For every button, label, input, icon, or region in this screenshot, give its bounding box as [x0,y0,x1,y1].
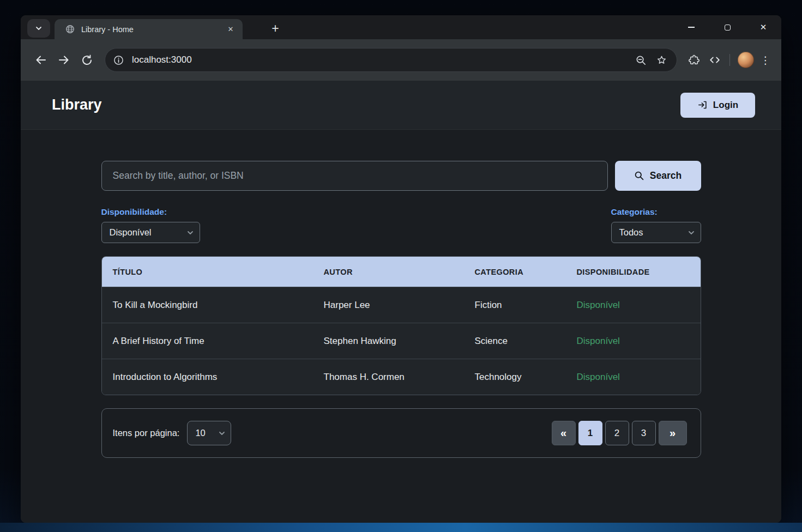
web-page: Library Login [21,81,781,523]
window-minimize-button[interactable] [673,15,709,39]
back-button[interactable] [29,49,52,71]
chevron-down-icon [186,229,194,237]
books-table: TÍTULO AUTOR CATEGORIA DISPONIBILIDADE T… [101,256,701,395]
globe-favicon-icon [65,25,75,34]
items-per-page-value: 10 [195,428,205,438]
column-header-titulo: TÍTULO [102,268,313,276]
search-row: Search [101,161,701,191]
category-select-value: Todos [619,227,643,238]
availability-select-value: Disponível [110,227,152,238]
table-row: To Kill a Mockingbird Harper Lee Fiction… [102,287,701,323]
category-select[interactable]: Todos [611,222,701,243]
cell-author: Thomas H. Cormen [313,372,464,383]
last-page-button[interactable]: » [659,421,687,445]
cell-availability: Disponível [566,336,701,347]
table-row: Introduction to Algorithms Thomas H. Cor… [102,359,701,395]
back-arrow-icon [34,53,47,66]
maximize-icon [725,25,731,31]
window-controls: ✕ [673,15,781,39]
category-label: Categorias: [611,207,701,217]
reload-button[interactable] [75,49,98,71]
forward-arrow-icon [57,53,70,66]
tab-strip: Library - Home ✕ + ✕ [21,15,781,39]
code-brackets-icon[interactable] [704,50,725,70]
chevron-down-icon [35,25,43,32]
cell-title: To Kill a Mockingbird [102,300,313,311]
cell-author: Stephen Hawking [313,336,464,347]
first-page-button[interactable]: « [552,421,576,445]
minimize-icon [688,27,695,28]
tab-library-home[interactable]: Library - Home ✕ [55,19,243,39]
chevron-down-icon [218,430,226,437]
chevron-down-icon [688,229,695,237]
content-container: Search Disponibilidade: Disponível [101,130,701,458]
items-per-page-label: Itens por página: [113,428,180,438]
search-button-label: Search [650,170,682,182]
availability-label: Disponibilidade: [101,207,200,217]
url-text: localhost:3000 [132,55,628,65]
tab-close-icon[interactable]: ✕ [225,24,236,35]
login-label: Login [713,100,738,111]
tab-title: Library - Home [81,25,219,34]
page-button-1[interactable]: 1 [578,421,602,445]
page-button-2[interactable]: 2 [605,421,629,445]
search-icon [634,171,644,181]
filters-row: Disponibilidade: Disponível Categorias: [101,207,701,243]
zoom-icon[interactable] [633,52,648,68]
cell-category: Science [464,336,566,347]
forward-button[interactable] [52,49,75,71]
column-header-disponibilidade: DISPONIBILIDADE [566,268,701,276]
cell-title: Introduction to Algorithms [102,372,313,383]
close-icon: ✕ [760,22,767,32]
browser-menu-icon[interactable]: ⋮ [757,50,774,70]
browser-window: Library - Home ✕ + ✕ [21,15,781,523]
browser-toolbar: localhost:3000 [21,39,781,81]
items-per-page-select[interactable]: 10 [187,421,231,445]
cell-category: Fiction [464,300,566,311]
address-bar[interactable]: localhost:3000 [105,48,677,72]
pagination-bar: Itens por página: 10 « 1 2 [101,408,701,458]
page-title: Library [52,96,102,113]
cell-title: A Brief History of Time [102,336,313,347]
column-header-categoria: CATEGORIA [464,268,566,276]
column-header-autor: AUTOR [313,268,464,276]
site-header: Library Login [21,81,781,130]
page-buttons: « 1 2 3 » [552,421,687,445]
reload-icon [81,54,93,66]
search-button[interactable]: Search [615,161,701,191]
extensions-puzzle-icon[interactable] [684,50,704,70]
login-arrow-icon [697,100,708,110]
login-button[interactable]: Login [680,93,755,118]
availability-select[interactable]: Disponível [101,222,200,243]
search-input[interactable] [101,161,608,191]
toolbar-separator [729,54,730,66]
cell-author: Harper Lee [313,300,464,311]
page-button-3[interactable]: 3 [632,421,656,445]
site-info-icon[interactable] [110,52,126,68]
new-tab-button[interactable]: + [267,20,284,37]
desktop-taskbar-glow [0,523,802,532]
cell-availability: Disponível [566,372,701,383]
category-filter: Categorias: Todos [611,207,701,243]
table-row: A Brief History of Time Stephen Hawking … [102,323,701,359]
table-header-row: TÍTULO AUTOR CATEGORIA DISPONIBILIDADE [102,257,701,287]
profile-avatar[interactable] [738,52,754,68]
cell-availability: Disponível [566,300,701,311]
availability-filter: Disponibilidade: Disponível [101,207,200,243]
window-maximize-button[interactable] [709,15,745,39]
items-per-page: Itens por página: 10 [113,421,232,445]
tab-search-button[interactable] [27,19,50,38]
bookmark-star-icon[interactable] [654,52,669,68]
page-body: Search Disponibilidade: Disponível [21,130,781,523]
window-close-button[interactable]: ✕ [745,15,781,39]
cell-category: Technology [464,372,566,383]
